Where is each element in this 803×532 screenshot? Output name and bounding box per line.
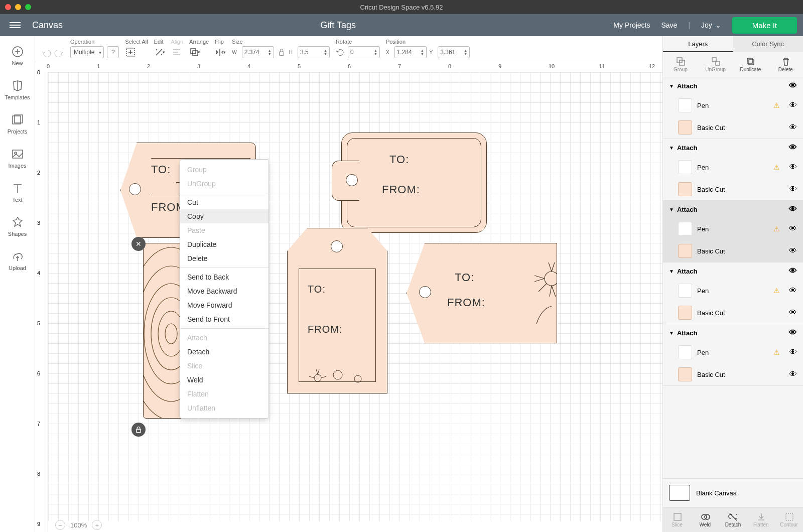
visibility-icon[interactable]: 👁	[789, 246, 797, 255]
height-input[interactable]: 3.5▲▼	[298, 46, 330, 58]
flip-button[interactable]: ▾	[215, 47, 226, 58]
nav-upload[interactable]: Upload	[0, 246, 35, 275]
visibility-icon[interactable]: 👁	[789, 328, 797, 337]
visibility-icon[interactable]: 👁	[789, 224, 797, 233]
my-projects-link[interactable]: My Projects	[613, 21, 650, 29]
layer-group-head[interactable]: ▼Attach👁	[663, 324, 803, 341]
visibility-icon[interactable]: 👁	[789, 308, 797, 317]
visibility-icon[interactable]: 👁	[789, 205, 797, 214]
visibility-icon[interactable]: 👁	[789, 143, 797, 152]
tag-shape-3[interactable]: TO: FROM:	[287, 228, 387, 393]
context-detach[interactable]: Detach	[180, 345, 269, 359]
layer-row[interactable]: Pen⚠👁	[663, 156, 803, 178]
layer-group-head[interactable]: ▼Attach👁	[663, 262, 803, 280]
context-send-to-back[interactable]: Send to Back	[180, 270, 269, 284]
layer-row[interactable]: Basic Cut👁	[663, 363, 803, 385]
selectall-label: Select All	[125, 39, 148, 45]
nav-projects[interactable]: Projects	[0, 109, 35, 139]
images-icon	[11, 148, 24, 161]
group-action: Group	[663, 52, 698, 77]
layer-row[interactable]: Pen⚠👁	[663, 341, 803, 363]
nav-images[interactable]: Images	[0, 144, 35, 173]
layer-group-head[interactable]: ▼Attach👁	[663, 139, 803, 156]
svg-rect-6	[191, 49, 196, 54]
delete-action[interactable]: Delete	[768, 52, 803, 77]
layers-tab[interactable]: Layers	[663, 36, 733, 52]
layer-row[interactable]: Basic Cut👁	[663, 240, 803, 262]
edit-button[interactable]: ▾	[154, 47, 165, 58]
visibility-icon[interactable]: 👁	[789, 348, 797, 357]
nav-shapes[interactable]: Shapes	[0, 212, 35, 241]
tag-shape-2[interactable]: TO: FROM:	[341, 132, 487, 233]
colorsync-tab[interactable]: Color Sync	[733, 36, 804, 52]
context-delete[interactable]: Delete	[180, 251, 269, 265]
maximize-window[interactable]	[25, 4, 31, 10]
menu-button[interactable]	[0, 21, 30, 30]
project-title[interactable]: Gift Tags	[63, 20, 613, 31]
layer-row[interactable]: Pen⚠👁	[663, 94, 803, 116]
edit-label: Edit	[154, 39, 165, 45]
visibility-icon[interactable]: 👁	[789, 101, 797, 110]
visibility-icon[interactable]: 👁	[789, 370, 797, 379]
layer-row[interactable]: Pen⚠👁	[663, 218, 803, 240]
hamburger-icon	[10, 21, 21, 30]
visibility-icon[interactable]: 👁	[789, 163, 797, 172]
layer-row[interactable]: Basic Cut👁	[663, 116, 803, 139]
context-send-to-front[interactable]: Send to Front	[180, 312, 269, 326]
visibility-icon[interactable]: 👁	[789, 123, 797, 132]
delete-handle[interactable]: ✕	[131, 237, 146, 251]
arrange-button[interactable]: ▾	[189, 47, 200, 58]
nav-text-label: Text	[12, 197, 22, 203]
left-sidebar: New Templates Projects Images Text Shape…	[0, 36, 35, 532]
visibility-icon[interactable]: 👁	[789, 267, 797, 276]
context-weld[interactable]: Weld	[180, 373, 269, 387]
visibility-icon[interactable]: 👁	[789, 185, 797, 194]
layer-row[interactable]: Basic Cut👁	[663, 302, 803, 324]
layer-row[interactable]: Basic Cut👁	[663, 178, 803, 200]
window-controls	[5, 4, 31, 10]
undo-icon[interactable]	[41, 47, 51, 57]
minimize-window[interactable]	[15, 4, 21, 10]
svg-rect-3	[13, 150, 23, 158]
visibility-icon[interactable]: 👁	[789, 81, 797, 90]
operation-help[interactable]: ?	[107, 46, 119, 58]
context-cut[interactable]: Cut	[180, 195, 269, 209]
context-move-backward[interactable]: Move Backward	[180, 284, 269, 298]
zoom-in[interactable]: +	[92, 520, 102, 530]
y-input[interactable]: 3.361▲▼	[438, 46, 470, 58]
operation-select[interactable]: Multiple	[70, 46, 104, 58]
close-window[interactable]	[5, 4, 11, 10]
nav-shapes-label: Shapes	[8, 231, 27, 237]
lock-handle[interactable]	[131, 423, 146, 437]
rotate-input[interactable]: 0▲▼	[348, 46, 380, 58]
lock-icon[interactable]	[277, 48, 286, 57]
x-input[interactable]: 1.284▲▼	[394, 46, 427, 58]
w-label: W	[232, 50, 236, 55]
context-copy[interactable]: Copy	[180, 209, 269, 223]
select-all-button[interactable]	[125, 47, 136, 58]
tag-shape-4[interactable]: TO: FROM:	[407, 243, 557, 343]
width-input[interactable]: 2.374▲▼	[242, 46, 274, 58]
canvas[interactable]: 01234567891011121314 012345678910 TO: FR…	[35, 61, 662, 532]
redo-icon[interactable]	[54, 47, 64, 57]
make-it-button[interactable]: Make It	[732, 17, 797, 34]
context-move-forward[interactable]: Move Forward	[180, 298, 269, 312]
blank-canvas-row[interactable]: Blank Canvas	[663, 478, 803, 507]
nav-new[interactable]: New	[0, 41, 35, 70]
machine-selector[interactable]: Joy ⌄	[701, 21, 721, 29]
layer-group-head[interactable]: ▼Attach👁	[663, 201, 803, 218]
zoom-out[interactable]: −	[55, 520, 65, 530]
detach-action[interactable]: Detach	[719, 507, 747, 532]
save-link[interactable]: Save	[661, 21, 677, 29]
context-duplicate[interactable]: Duplicate	[180, 237, 269, 251]
context-flatten: Flatten	[180, 387, 269, 401]
y-label: Y	[430, 50, 433, 55]
weld-action[interactable]: Weld	[691, 507, 719, 532]
layer-group-head[interactable]: ▼Attach👁	[663, 77, 803, 94]
duplicate-action[interactable]: Duplicate	[733, 52, 768, 77]
nav-text[interactable]: Text	[0, 178, 35, 207]
visibility-icon[interactable]: 👁	[789, 286, 797, 295]
context-unflatten: Unflatten	[180, 401, 269, 415]
layer-row[interactable]: Pen⚠👁	[663, 280, 803, 302]
nav-templates[interactable]: Templates	[0, 75, 35, 104]
